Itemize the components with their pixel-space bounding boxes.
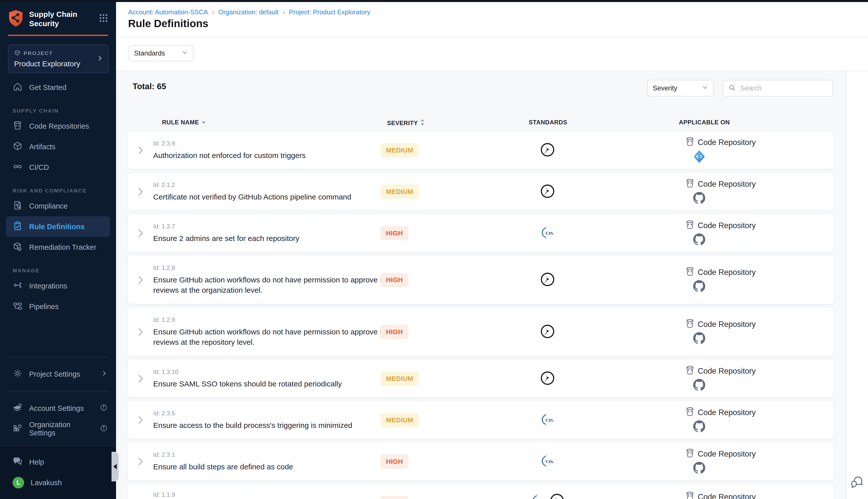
column-header-rule-name[interactable]: RULE NAME xyxy=(162,119,206,126)
sidebar-item-account-settings[interactable]: Account Settings xyxy=(0,398,116,418)
owasp-icon xyxy=(540,370,555,387)
sidebar-item-integrations[interactable]: Integrations xyxy=(0,276,116,296)
table-row[interactable]: Id: 1.3.10 Ensure SAML SSO tokens should… xyxy=(128,360,834,397)
row-expand-chevron-icon[interactable] xyxy=(134,360,147,397)
owasp-icon xyxy=(540,142,555,159)
row-expand-chevron-icon[interactable] xyxy=(134,308,147,356)
table-row[interactable]: Id: 2.3.5 Ensure access to the build pro… xyxy=(128,401,834,439)
standards-cell xyxy=(520,272,575,288)
breadcrumb: Account: Automation-SSCA › Organization:… xyxy=(128,8,370,16)
app-grid-icon[interactable] xyxy=(98,13,109,24)
compliance-document-icon xyxy=(13,200,23,212)
sidebar-nav: Get Started SUPPLY CHAIN Code Repositori… xyxy=(0,77,116,317)
project-label: PROJECT xyxy=(24,50,53,56)
cis-icon: CIS. xyxy=(530,493,547,499)
table-row[interactable]: Id: 1.2.9 Ensure GitHub action workflows… xyxy=(128,308,834,356)
code-repository-icon xyxy=(686,448,694,460)
project-selector[interactable]: PROJECT Product Exploratory xyxy=(8,45,109,73)
rule-name-cell: Id: 2.1.2 Certificate not verified by Gi… xyxy=(153,173,413,210)
sidebar-item-artifacts[interactable]: Artifacts xyxy=(0,136,116,157)
applicable-on-cell: Code Repository xyxy=(686,365,756,392)
table-row[interactable]: Id: 1.3.7 Ensure 2 admins are set for ea… xyxy=(128,214,834,252)
applicable-on-cell: Code Repository xyxy=(686,319,756,345)
row-expand-chevron-icon[interactable] xyxy=(134,401,147,439)
app-window: Supply Chain Security PROJECT Product Ex… xyxy=(0,0,868,499)
divider xyxy=(8,391,109,391)
remediation-tracker-icon xyxy=(13,242,23,253)
github-icon xyxy=(693,332,756,345)
sidebar-item-remediation-tracker[interactable]: Remediation Tracker xyxy=(0,237,116,257)
infinity-cicd-icon xyxy=(13,161,23,173)
row-expand-chevron-icon[interactable] xyxy=(134,443,147,480)
github-icon xyxy=(693,462,756,475)
chevron-down-icon xyxy=(181,49,188,58)
gear-icon xyxy=(13,368,23,380)
standards-filter-dropdown[interactable]: Standards xyxy=(128,45,194,61)
row-expand-chevron-icon[interactable] xyxy=(134,131,147,169)
sidebar-item-rule-definitions[interactable]: Rule Definitions xyxy=(6,216,110,237)
table-row[interactable]: Id: 2.3.1 Ensure all build steps are def… xyxy=(128,443,834,480)
rule-id: Id: 1.3.7 xyxy=(153,223,413,230)
applicable-on-label: Code Repository xyxy=(698,367,756,376)
search-input[interactable] xyxy=(740,84,829,92)
sidebar-item-compliance[interactable]: Compliance xyxy=(0,196,116,216)
sidebar-footer: ? Help L Lavakush xyxy=(0,446,116,499)
breadcrumb-account-link[interactable]: Account: Automation-SSCA xyxy=(128,8,208,16)
applicable-on-cell: Code Repository xyxy=(686,267,756,293)
svg-text:CIS.: CIS. xyxy=(546,459,554,464)
svg-text:CIS.: CIS. xyxy=(546,230,554,235)
info-icon[interactable] xyxy=(100,404,108,413)
github-icon xyxy=(693,280,756,293)
applicable-on-label: Code Repository xyxy=(698,180,756,189)
chat-support-icon[interactable] xyxy=(850,474,864,490)
organization-settings-icon xyxy=(13,423,23,435)
applicable-on-cell: Code Repository xyxy=(686,491,756,499)
rule-id: Id: 2.1.2 xyxy=(153,181,413,188)
rule-definitions-clipboard-icon xyxy=(13,221,23,233)
cis-icon: CIS. xyxy=(539,225,556,242)
row-expand-chevron-icon[interactable] xyxy=(134,214,147,252)
rule-name: Ensure GitHub action workflows do not ha… xyxy=(153,327,413,347)
table-row[interactable]: Id: 2.3.9 Authorization not enforced for… xyxy=(128,131,834,169)
info-icon[interactable] xyxy=(100,424,108,434)
severity-badge: HIGH xyxy=(381,454,408,468)
breadcrumb-organization-link[interactable]: Organization: default xyxy=(218,8,278,16)
home-icon xyxy=(13,82,23,94)
rule-id: Id: 1.2.8 xyxy=(153,264,413,271)
rule-list-panel: Total: 65 Severity RULE NAME SEVERITY ST… xyxy=(116,71,868,499)
severity-badge: MEDIUM xyxy=(381,372,419,386)
standards-cell xyxy=(520,324,575,340)
sidebar-item-cicd[interactable]: CI/CD xyxy=(0,157,116,178)
table-row[interactable]: Id: 2.1.2 Certificate not verified by Gi… xyxy=(128,173,834,210)
sidebar-item-project-settings[interactable]: Project Settings xyxy=(0,364,116,385)
sidebar-collapse-handle[interactable] xyxy=(112,452,119,482)
sidebar-item-organization-settings[interactable]: Organization Settings xyxy=(0,418,116,439)
column-header-severity[interactable]: SEVERITY xyxy=(387,119,424,127)
owasp-icon xyxy=(540,272,555,288)
sidebar-item-pipelines[interactable]: Pipelines xyxy=(0,296,116,317)
cis-icon: CIS. xyxy=(539,412,556,428)
project-name: Product Exploratory xyxy=(14,60,102,68)
breadcrumb-project-link[interactable]: Project: Product Exploratory xyxy=(289,8,370,16)
pipelines-icon xyxy=(13,301,23,313)
table-row[interactable]: Id: 1.1.9 HIGH CIS. Code Repository xyxy=(128,484,834,499)
row-expand-chevron-icon[interactable] xyxy=(134,173,147,210)
severity-badge: MEDIUM xyxy=(381,143,419,157)
rule-name-cell: Id: 2.3.9 Authorization not enforced for… xyxy=(153,131,413,169)
sort-both-icon xyxy=(420,119,424,127)
code-repository-icon xyxy=(686,365,694,377)
row-expand-chevron-icon[interactable] xyxy=(134,256,147,304)
rule-name-cell: Id: 1.1.9 xyxy=(153,484,413,499)
table-row[interactable]: Id: 1.2.8 Ensure GitHub action workflows… xyxy=(128,256,834,304)
severity-filter-dropdown[interactable]: Severity xyxy=(647,80,714,97)
user-menu[interactable]: L Lavakush xyxy=(0,472,116,493)
row-expand-chevron-icon[interactable] xyxy=(134,484,147,499)
code-repository-icon xyxy=(13,120,23,132)
code-repository-icon xyxy=(686,407,694,418)
sidebar-item-get-started[interactable]: Get Started xyxy=(0,77,116,98)
applicable-on-label: Code Repository xyxy=(698,408,756,417)
sidebar-item-help[interactable]: ? Help xyxy=(0,452,116,472)
code-repository-icon xyxy=(686,220,694,231)
sidebar-item-code-repositories[interactable]: Code Repositories xyxy=(0,116,116,136)
severity-badge: HIGH xyxy=(381,226,408,240)
